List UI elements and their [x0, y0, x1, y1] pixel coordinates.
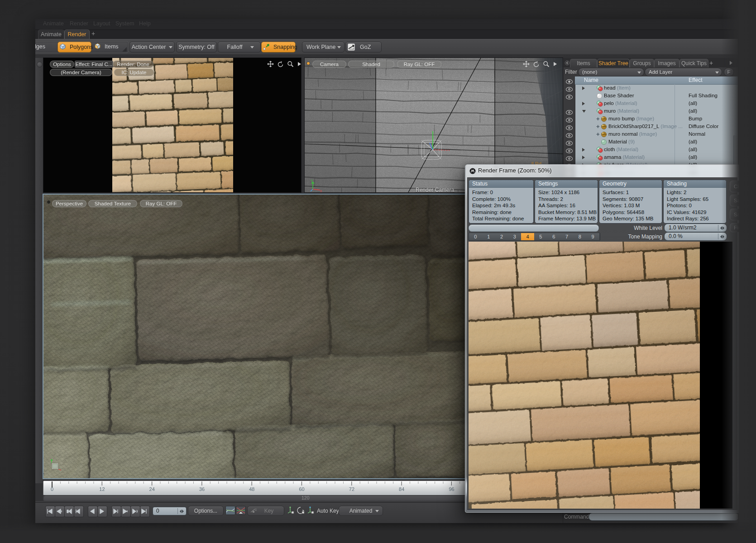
- menu-help[interactable]: Help: [139, 20, 151, 27]
- bucket-thread-0[interactable]: 0: [469, 233, 483, 240]
- panel-tab-images[interactable]: Images: [654, 59, 679, 67]
- transport-play-reverse-button[interactable]: [88, 506, 98, 517]
- key-button[interactable]: Key: [247, 506, 284, 516]
- graph-editor-icon[interactable]: [225, 506, 235, 515]
- bucket-thread-5[interactable]: 5: [534, 233, 548, 240]
- add-layer-dropdown[interactable]: Add Layer: [645, 68, 722, 76]
- layout-tab-render[interactable]: Render: [64, 29, 90, 39]
- expand-arrow-icon[interactable]: [582, 110, 586, 113]
- keyframe-scale-icon[interactable]: [306, 506, 315, 515]
- edges-mode-button[interactable]: Edges: [35, 42, 49, 52]
- tree-row-cloth[interactable]: cloth (Material)(all): [575, 146, 738, 153]
- visibility-eye-icon[interactable]: [565, 124, 573, 129]
- cam-shading-button[interactable]: Shaded: [348, 61, 394, 68]
- rp-render-status[interactable]: Render: Done: [113, 61, 153, 68]
- menu-animate[interactable]: Animate: [43, 20, 64, 27]
- tree-row-muro-normal[interactable]: +muro normal (Image)Normal: [575, 130, 738, 138]
- visibility-eye-icon[interactable]: [565, 109, 573, 114]
- rp-options-button[interactable]: Options: [50, 61, 74, 68]
- white-level-stepper[interactable]: [718, 225, 726, 231]
- action-center-dropdown[interactable]: Action Center: [129, 42, 175, 52]
- menu-system[interactable]: System: [115, 20, 134, 27]
- render-frame-window[interactable]: Render Frame (Zoom: 50%) StatusFrame: 0C…: [465, 164, 739, 512]
- visibility-eye-icon[interactable]: [565, 86, 573, 90]
- rp-ic-status[interactable]: IC: Update: [114, 69, 154, 76]
- visibility-eye-icon[interactable]: [565, 139, 573, 144]
- transport-next-keyframe-button[interactable]: [121, 506, 131, 517]
- bucket-thread-7[interactable]: 7: [560, 233, 574, 240]
- tree-row-head[interactable]: head (Item): [575, 84, 738, 92]
- layer-effect[interactable]: (all): [689, 107, 736, 115]
- window-side-button-3[interactable]: Fin: [730, 223, 756, 232]
- layer-effect[interactable]: Normal: [689, 130, 736, 138]
- pan-icon[interactable]: [267, 61, 274, 67]
- visibility-eye-icon[interactable]: [565, 155, 573, 160]
- tree-row-amama[interactable]: amama (Material)(all): [575, 153, 738, 161]
- layer-effect[interactable]: (all): [689, 146, 736, 153]
- symmetry-dropdown[interactable]: Symmetry: Off: [176, 42, 217, 52]
- snapping-button[interactable]: Snapping: [261, 42, 296, 52]
- white-level-field[interactable]: 1.0 W/srm2: [664, 224, 727, 232]
- texture-plus-icon[interactable]: +: [596, 131, 600, 137]
- falloff-dropdown[interactable]: Falloff: [218, 42, 261, 52]
- visibility-eye-icon[interactable]: [565, 116, 573, 121]
- rp-camera-button[interactable]: (Render Camera): [50, 69, 112, 76]
- transport-prev-keyframe-button[interactable]: [55, 506, 65, 517]
- transport-play-to-end-button[interactable]: [130, 506, 140, 517]
- viewport-menu-dot[interactable]: [307, 62, 310, 65]
- viewport-render-preview[interactable]: Options Effect: Final C... (Render Camer…: [43, 58, 301, 192]
- transport-goto-start-button[interactable]: [45, 506, 55, 517]
- panel-tab-shader-tree[interactable]: Shader Tree: [597, 59, 630, 67]
- panel-add-tab-button[interactable]: +: [709, 59, 713, 67]
- tree-row-muro[interactable]: muro (Material)(all): [575, 107, 738, 115]
- persp-view-button[interactable]: Perspective: [52, 200, 86, 207]
- layout-tab-animate[interactable]: Animate: [38, 29, 64, 39]
- tree-row-base-shader[interactable]: Base Shader Full Shading: [575, 92, 738, 100]
- layer-effect[interactable]: (all): [689, 138, 736, 146]
- transport-goto-end-button[interactable]: [140, 506, 150, 517]
- keyframe-position-icon[interactable]: [286, 506, 295, 515]
- bucket-thread-2[interactable]: 2: [495, 233, 509, 240]
- texture-plus-icon[interactable]: +: [596, 124, 600, 129]
- rp-effect-button[interactable]: Effect: Final C...: [75, 61, 113, 68]
- expand-arrow-icon[interactable]: [582, 102, 585, 105]
- window-side-button-2[interactable]: Sav: [730, 209, 756, 220]
- gutter-knob[interactable]: [37, 62, 43, 67]
- goz-button[interactable]: GoZ GoZ: [345, 42, 382, 52]
- zoom-icon[interactable]: [287, 61, 294, 67]
- texture-plus-icon[interactable]: +: [596, 116, 600, 122]
- layer-effect[interactable]: Bump: [689, 115, 736, 123]
- add-tab-button[interactable]: +: [91, 30, 95, 37]
- rotate-icon[interactable]: [277, 61, 284, 67]
- menu-render[interactable]: Render: [70, 20, 88, 27]
- zoom-icon[interactable]: [543, 61, 550, 67]
- viewport-menu-dot[interactable]: [47, 200, 51, 204]
- tone-mapping-stepper[interactable]: [718, 233, 726, 239]
- transport-play-forward-button[interactable]: [97, 506, 107, 517]
- panel-tab-groups[interactable]: Groups: [630, 59, 654, 67]
- transport-step-forward-button[interactable]: [111, 506, 121, 517]
- pan-icon[interactable]: [523, 61, 530, 67]
- visibility-eye-icon[interactable]: [565, 132, 573, 137]
- expand-arrow-icon[interactable]: [582, 86, 585, 90]
- tab-overflow-arrow-icon[interactable]: [729, 60, 733, 66]
- frame-stepper[interactable]: [177, 508, 185, 514]
- viewport-menu-arrow-icon[interactable]: [553, 61, 557, 67]
- expand-arrow-icon[interactable]: [582, 156, 585, 159]
- transport-step-back-button[interactable]: [74, 506, 84, 517]
- cam-raygl-button[interactable]: Ray GL: OFF: [397, 61, 441, 68]
- layer-effect[interactable]: Full Shading: [689, 92, 736, 100]
- layer-effect[interactable]: (all): [689, 100, 736, 107]
- bucket-thread-3[interactable]: 3: [508, 233, 522, 240]
- f-button[interactable]: F: [724, 68, 734, 76]
- keyframe-rotation-icon[interactable]: [296, 506, 305, 515]
- current-frame-field[interactable]: 0: [153, 507, 187, 515]
- panel-collapse-icon[interactable]: [565, 60, 570, 66]
- dope-sheet-icon[interactable]: [236, 506, 246, 515]
- bucket-thread-4[interactable]: 4: [521, 233, 535, 240]
- layer-effect[interactable]: Diffuse Color: [689, 123, 736, 130]
- persp-shading-button[interactable]: Shaded Texture: [88, 200, 137, 207]
- tree-row-muro-bump[interactable]: +muro bump (Image)Bump: [575, 115, 738, 123]
- panel-tab-items[interactable]: Items: [570, 59, 597, 67]
- tree-row-pelo[interactable]: pelo (Material)(all): [575, 100, 738, 107]
